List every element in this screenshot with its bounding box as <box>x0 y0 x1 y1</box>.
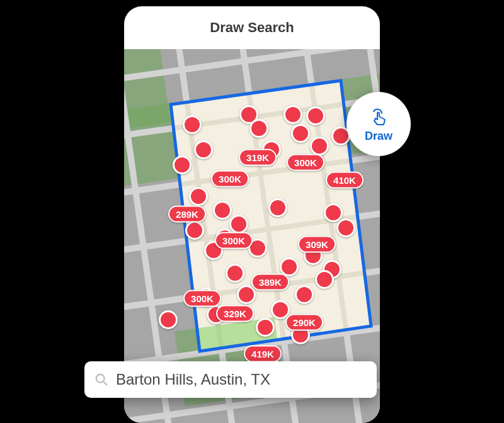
map-pin[interactable] <box>310 137 329 155</box>
price-label[interactable]: 389K <box>251 274 289 291</box>
header: Draw Search <box>124 6 380 50</box>
map-pin[interactable] <box>229 215 248 234</box>
map-pin[interactable] <box>189 187 208 206</box>
price-label[interactable]: 410K <box>326 172 364 189</box>
map-pin[interactable] <box>194 140 213 159</box>
price-label[interactable]: 300K <box>287 154 324 171</box>
map-pin[interactable] <box>226 264 244 283</box>
map-pin[interactable] <box>295 285 314 304</box>
map-pin[interactable] <box>315 270 334 289</box>
price-label[interactable]: 319K <box>239 149 277 166</box>
search-icon <box>94 373 108 386</box>
price-label[interactable]: 300K <box>183 290 221 307</box>
map-pin[interactable] <box>284 105 302 124</box>
map-pin[interactable] <box>183 115 202 134</box>
map-pin[interactable] <box>159 310 178 329</box>
map-pin[interactable] <box>173 155 192 174</box>
price-label[interactable]: 289K <box>168 206 206 223</box>
price-label[interactable]: 300K <box>215 232 253 249</box>
page-title: Draw Search <box>210 20 294 36</box>
search-bar[interactable]: Barton Hills, Austin, TX <box>84 361 377 398</box>
map-pin[interactable] <box>237 285 256 304</box>
price-label[interactable]: 300K <box>211 171 249 188</box>
svg-line-33 <box>103 381 106 385</box>
phone-frame: Draw Search <box>124 6 380 423</box>
map-pin[interactable] <box>268 198 287 217</box>
map-pin[interactable] <box>256 318 275 337</box>
map-pin[interactable] <box>291 124 310 143</box>
search-query: Barton Hills, Austin, TX <box>116 371 270 388</box>
draw-button[interactable]: Draw <box>346 92 411 156</box>
map-pin[interactable] <box>213 201 232 220</box>
map-pin[interactable] <box>185 221 204 240</box>
price-label[interactable]: 290K <box>285 314 323 331</box>
map-pin[interactable] <box>324 203 343 222</box>
price-label[interactable]: 419K <box>244 346 282 363</box>
map-pin[interactable] <box>336 218 355 237</box>
draw-button-label: Draw <box>365 130 392 143</box>
tap-icon <box>368 106 389 127</box>
map-pin[interactable] <box>306 106 325 125</box>
map-pin[interactable] <box>249 119 268 138</box>
price-label[interactable]: 309K <box>298 236 336 253</box>
price-label[interactable]: 329K <box>216 305 254 322</box>
